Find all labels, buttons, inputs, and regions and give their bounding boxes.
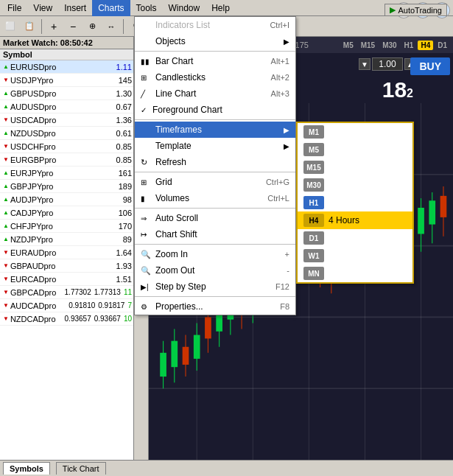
indicators-list-shortcut: Ctrl+I — [270, 21, 289, 29]
new-chart-btn[interactable]: ⬜ — [1, 18, 19, 35]
tf-m15-item[interactable]: M15 15 Minutes — [298, 158, 412, 176]
menu-indicators-list[interactable]: Indicators List Ctrl+I — [135, 17, 295, 33]
tf-m1-item[interactable]: M1 1 Minute — [298, 123, 412, 141]
grid-label: Grid — [155, 177, 172, 187]
menu-foreground-chart[interactable]: ✓ Foreground Chart — [135, 102, 295, 118]
mw-row-cadjpypro[interactable]: ▲ CADJPYpro 106 — [0, 206, 133, 220]
menu-grid[interactable]: ⊞ Grid Ctrl+G — [135, 174, 295, 190]
menu-refresh[interactable]: ↻ Refresh — [135, 154, 295, 170]
tf-m5-item[interactable]: M5 5 Minutes — [298, 141, 412, 158]
templates-btn[interactable]: 📋 — [21, 18, 38, 35]
mw-row-nzdusdpro[interactable]: ▲ NZDUSDpro 0.61 — [0, 127, 133, 140]
mw-row-audusdpro[interactable]: ▲ AUDUSDpro 0.67 — [0, 100, 133, 113]
tf-d1-btn[interactable]: D1 — [435, 41, 450, 50]
bar-chart-shortcut: Alt+1 — [271, 57, 289, 66]
mw-row-eurjpypro[interactable]: ▲ EURJPYpro 161 — [0, 167, 133, 180]
sep-5 — [135, 244, 295, 245]
market-watch-header: Market Watch: 08:50:42 — [0, 37, 133, 49]
menu-timeframes[interactable]: Timeframes ▶ M1 1 Minute M5 5 Minutes M1… — [135, 122, 295, 138]
menu-auto-scroll[interactable]: ⇒ Auto Scroll — [135, 210, 295, 226]
menu-line-chart[interactable]: ╱ Line Chart Alt+3 — [135, 85, 295, 102]
mw-row-euraudpro[interactable]: ▼ EURAUDpro 1.64 — [0, 246, 133, 259]
autotrading-button[interactable]: ▶ AutoTrading — [384, 4, 447, 16]
tf-m30-btn[interactable]: M30 — [379, 41, 399, 50]
mw-row-gbpusdpro[interactable]: ▲ GBPUSDpro 1.30 — [0, 87, 133, 100]
menu-file[interactable]: File — [1, 0, 27, 16]
menu-properties[interactable]: ⚙ Properties... F8 — [135, 298, 295, 315]
tf-h1-btn[interactable]: H1 — [401, 41, 417, 50]
zoom-in-btn[interactable]: + — [45, 18, 63, 35]
svg-rect-18 — [205, 317, 211, 338]
tf-mn-item[interactable]: MN Monthly — [298, 265, 412, 282]
menu-insert[interactable]: Insert — [58, 0, 92, 16]
tf-w1-item[interactable]: W1 Weekly — [298, 247, 412, 265]
mw-row-eurusdpro[interactable]: ▲ EURUSDpro 1.11 — [0, 60, 133, 74]
timeframes-submenu: M1 1 Minute M5 5 Minutes M15 15 Minutes … — [296, 122, 414, 284]
auto-scroll-icon: ⇒ — [141, 214, 155, 223]
tf-h1-item[interactable]: H1 1 Hour — [298, 194, 412, 211]
menu-candlesticks[interactable]: ⊞ Candlesticks Alt+2 — [135, 69, 295, 85]
tf-m5-btn[interactable]: M5 — [340, 41, 357, 50]
bar-chart-label: Bar Chart — [155, 56, 193, 66]
tf-m1-label: 1 Minute — [329, 127, 362, 137]
mw-row-gbpcadpro[interactable]: ▼ GBPCADpro 1.77302 1.77313 11 — [0, 286, 133, 299]
mw-row-gbpaudpro[interactable]: ▼ GBPAUDpro 1.93 — [0, 259, 133, 273]
step-shortcut: F12 — [275, 282, 289, 291]
refresh-icon: ↻ — [141, 158, 155, 167]
menu-volumes[interactable]: ▮ Volumes Ctrl+L — [135, 190, 295, 206]
zoom-out-btn[interactable]: − — [64, 18, 82, 35]
sep-6 — [135, 296, 295, 297]
crosshair-btn[interactable]: ⊕ — [83, 18, 101, 35]
menu-zoom-in[interactable]: 🔍 Zoom In + — [135, 246, 295, 262]
menu-bar-chart[interactable]: ▮▮ Bar Chart Alt+1 — [135, 53, 295, 69]
tf-m15-badge: M15 — [303, 161, 324, 174]
mw-row-eurcadpro[interactable]: ▼ EURCADpro 1.51 — [0, 273, 133, 286]
mw-row-nzdcadpro[interactable]: ▼ NZDCADpro 0.93657 0.93667 10 — [0, 312, 133, 326]
tf-m30-item[interactable]: M30 30 Minutes — [298, 176, 412, 194]
lot-decrease-btn[interactable]: ▼ — [359, 58, 371, 70]
sep-3 — [135, 172, 295, 172]
menu-view[interactable]: View — [27, 0, 58, 16]
scroll-btn[interactable]: ↔ — [102, 18, 120, 35]
mw-row-eurgbppro[interactable]: ▼ EURGBPpro 0.85 — [0, 153, 133, 167]
mw-row-usdchfpro[interactable]: ▼ USDCHFpro 0.85 — [0, 140, 133, 153]
menu-window[interactable]: Window — [163, 0, 206, 16]
tf-h4-badge: H4 — [303, 214, 324, 227]
menu-charts[interactable]: Charts — [92, 0, 130, 16]
svg-rect-10 — [160, 353, 166, 377]
menu-objects[interactable]: Objects ▶ — [135, 33, 295, 49]
menu-step-by-step[interactable]: ▶| Step by Step F12 — [135, 279, 295, 295]
menu-tools[interactable]: Tools — [130, 0, 163, 16]
grid-shortcut: Ctrl+G — [266, 178, 289, 186]
mw-row-nzdjpypro[interactable]: ▲ NZDJPYpro 89 — [0, 233, 133, 246]
tf-m15-label: 15 Minutes — [329, 162, 372, 172]
lot-input[interactable]: 1.00 — [372, 57, 403, 71]
menu-chart-shift[interactable]: ↦ Chart Shift — [135, 226, 295, 242]
mw-row-audcadpro[interactable]: ▼ AUDCADpro 0.91810 0.91817 7 — [0, 299, 133, 312]
tab-symbols[interactable]: Symbols — [3, 462, 50, 475]
zoom-in-label: Zoom In — [155, 249, 188, 259]
mw-row-audjpypro[interactable]: ▲ AUDJPYpro 98 — [0, 193, 133, 206]
buy-button[interactable]: BUY — [410, 57, 450, 75]
tf-d1-item[interactable]: D1 Daily — [298, 229, 412, 247]
tf-m5-label: 5 Minutes — [329, 144, 367, 155]
tab-tick-chart[interactable]: Tick Chart — [56, 462, 106, 475]
timeframes-arrow: ▶ — [284, 126, 289, 134]
mw-row-gbpjpypro[interactable]: ▲ GBPJPYpro 189 — [0, 180, 133, 193]
tf-m15-btn[interactable]: M15 — [358, 41, 378, 50]
tf-d1-label: Daily — [329, 233, 348, 243]
tf-h4-btn[interactable]: H4 — [418, 41, 433, 50]
volumes-shortcut: Ctrl+L — [267, 194, 289, 203]
market-watch-panel: Market Watch: 08:50:42 Symbol ▲ EURUSDpr… — [0, 37, 134, 460]
menu-zoom-out[interactable]: 🔍 Zoom Out - — [135, 262, 295, 279]
price-right-sup: 2 — [407, 87, 413, 100]
tf-w1-label: Weekly — [329, 251, 357, 261]
menu-template[interactable]: Template ▶ — [135, 138, 295, 154]
tf-h4-item[interactable]: H4 4 Hours — [298, 211, 412, 229]
menu-help[interactable]: Help — [206, 0, 236, 16]
svg-rect-16 — [194, 335, 200, 359]
tf-d1-badge: D1 — [303, 231, 324, 245]
mw-row-usdcadpro[interactable]: ▼ USDCADpro 1.36 — [0, 113, 133, 127]
mw-row-chfjpypro[interactable]: ▲ CHFJPYpro 170 — [0, 220, 133, 233]
mw-row-usdjpypro[interactable]: ▼ USDJPYpro 145 — [0, 74, 133, 87]
